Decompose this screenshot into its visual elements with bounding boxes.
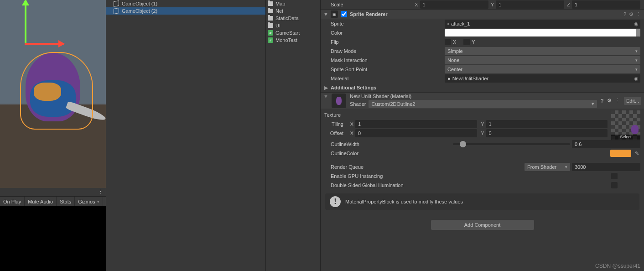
shader-dropdown[interactable]: Custom/2DOutline2 <box>369 100 597 108</box>
sort-point-dropdown[interactable]: Center <box>445 65 640 73</box>
foldout-icon[interactable]: ▼ <box>323 11 328 17</box>
more-icon[interactable]: ⋮ <box>636 11 641 17</box>
texture-block: Texture Tiling X Y Offset X Y Select <box>321 109 644 140</box>
folder-icon <box>268 23 273 28</box>
project-script[interactable]: #GameStart <box>266 29 320 36</box>
scale-x-field[interactable] <box>420 0 488 9</box>
flip-x-checkbox[interactable] <box>445 39 451 45</box>
stats-button[interactable]: Stats <box>57 197 75 207</box>
hierarchy-item[interactable]: GameObject (1) <box>106 0 265 7</box>
preset-icon[interactable]: ⚙ <box>607 98 612 104</box>
offset-y-field[interactable] <box>486 129 608 137</box>
scene-bottom-toolbar: On Play Mute Audio Stats Gizmos <box>0 196 106 206</box>
folder-icon <box>268 16 273 21</box>
outline-color-field[interactable] <box>610 150 631 157</box>
material-preview-icon <box>332 94 346 108</box>
csharp-icon: # <box>268 30 273 36</box>
scale-label: Scale <box>324 2 412 7</box>
scale-z-field[interactable] <box>572 0 640 9</box>
preset-icon[interactable]: ⚙ <box>629 11 634 17</box>
info-icon: ! <box>330 196 341 207</box>
sprite-renderer-header[interactable]: ▼ ▣ Sprite Renderer ? ⚙ ⋮ <box>321 9 644 19</box>
hierarchy-item[interactable]: GameObject (2) <box>106 7 265 15</box>
flip-y-checkbox[interactable] <box>463 39 470 45</box>
hierarchy-label: GameObject (1) <box>122 1 157 6</box>
scene-view[interactable] <box>0 0 106 188</box>
gpu-instancing-checkbox[interactable] <box>611 173 618 179</box>
on-play-button[interactable]: On Play <box>0 197 25 207</box>
object-picker-icon[interactable]: ◉ <box>634 76 639 82</box>
additional-settings-foldout[interactable]: ▶ Additional Settings <box>321 83 644 92</box>
watermark: CSDN @ssuper41 <box>595 263 640 269</box>
add-component-button[interactable]: Add Component <box>431 220 534 230</box>
project-panel: Map Net StaticData UI #GameStart #MonoTe… <box>265 0 320 271</box>
sprite-thumb-icon: ▫ <box>447 21 449 26</box>
inspector-panel: Scale X Y Z ▼ ▣ Sprite Renderer ? ⚙ ⋮ Sp… <box>320 0 644 271</box>
edit-shader-button[interactable]: Edit... <box>624 97 641 105</box>
outline-width-field[interactable] <box>572 140 640 148</box>
scene-column: ⋮ On Play Mute Audio Stats Gizmos <box>0 0 106 271</box>
hierarchy-label: GameObject (2) <box>122 8 157 14</box>
component-enable-checkbox[interactable] <box>341 11 347 17</box>
gizmos-dropdown[interactable]: Gizmos <box>75 197 103 207</box>
help-icon[interactable]: ? <box>601 98 603 104</box>
gameobject-icon <box>114 8 119 14</box>
game-view[interactable] <box>0 206 106 271</box>
eyedropper-icon[interactable]: ✎ <box>633 150 640 157</box>
sprite-object-field[interactable]: ▫attack_1◉ <box>445 20 640 28</box>
help-icon[interactable]: ? <box>623 11 626 17</box>
dsgi-checkbox[interactable] <box>611 182 618 188</box>
gizmo-y-axis[interactable] <box>25 0 26 43</box>
project-script[interactable]: #MonoTest <box>266 36 320 44</box>
folder-icon <box>268 9 273 13</box>
texture-slot[interactable]: Select <box>611 110 640 140</box>
folder-icon <box>268 1 273 6</box>
render-queue-dropdown[interactable]: From Shader <box>525 163 570 171</box>
more-icon[interactable]: ⋮ <box>98 189 103 195</box>
transform-scale-row: Scale X Y Z <box>321 0 644 9</box>
csharp-icon: # <box>268 37 273 43</box>
object-picker-icon[interactable]: ◉ <box>634 21 639 27</box>
mute-audio-button[interactable]: Mute Audio <box>25 197 57 207</box>
offset-x-field[interactable] <box>355 129 477 137</box>
project-folder[interactable]: StaticData <box>266 15 320 22</box>
project-folder[interactable]: Net <box>266 7 320 15</box>
tiling-x-field[interactable] <box>355 120 477 128</box>
hierarchy-panel: GameObject (1) GameObject (2) <box>106 0 265 271</box>
more-icon[interactable]: ⋮ <box>615 98 620 104</box>
material-header: ▼ New Unlit Shader (Material) Shader Cus… <box>321 92 644 109</box>
scale-y-field[interactable] <box>496 0 564 9</box>
scene-overlay-bar: ⋮ <box>0 188 106 196</box>
material-object-field[interactable]: ●NewUnlitShader◉ <box>445 74 640 83</box>
material-title: New Unlit Shader (Material) <box>350 94 597 99</box>
mask-interaction-dropdown[interactable]: None <box>445 56 640 64</box>
texture-label: Texture <box>324 112 341 118</box>
foldout-icon[interactable]: ▼ <box>323 93 328 99</box>
info-box: ! MaterialPropertyBlock is used to modif… <box>325 193 639 210</box>
draw-mode-dropdown[interactable]: Simple <box>445 47 640 55</box>
render-queue-field[interactable] <box>572 163 640 171</box>
gameobject-icon <box>114 1 119 6</box>
project-folder[interactable]: UI <box>266 22 320 29</box>
project-folder[interactable]: Map <box>266 0 320 7</box>
material-ball-icon: ● <box>447 76 451 81</box>
outline-width-slider[interactable] <box>453 143 570 145</box>
sprite-renderer-icon: ▣ <box>331 10 338 18</box>
color-field[interactable] <box>445 29 640 36</box>
tiling-y-field[interactable] <box>486 120 608 128</box>
sprite-character[interactable] <box>11 39 102 130</box>
